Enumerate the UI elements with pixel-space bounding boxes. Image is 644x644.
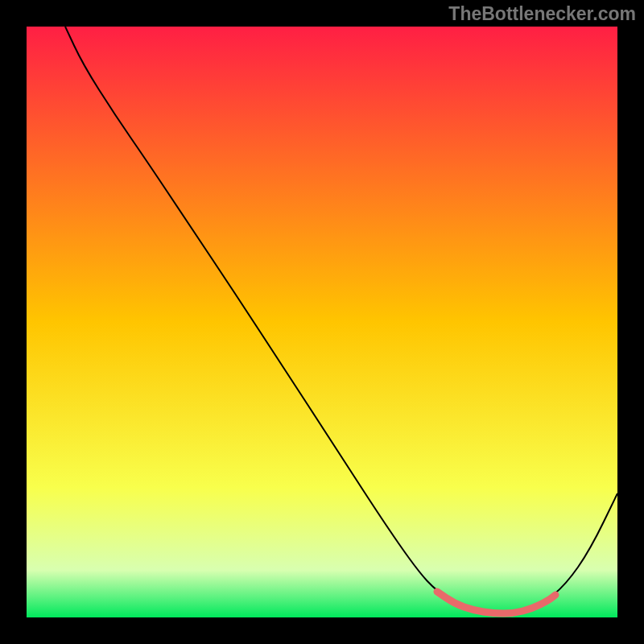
watermark-text: TheBottlenecker.com [448,3,636,25]
chart-area [27,27,617,617]
chart-svg [27,27,617,617]
